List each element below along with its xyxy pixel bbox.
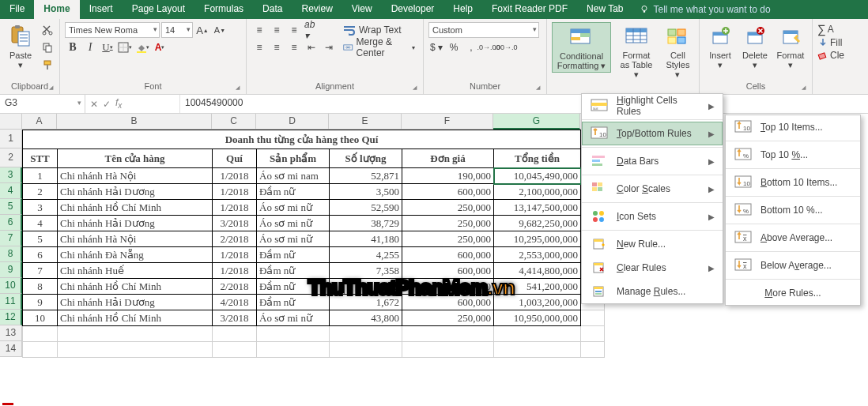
menu-color-scales[interactable]: Color Scales ▶ <box>582 177 723 201</box>
cell[interactable]: 1/2018 <box>213 263 257 279</box>
cell[interactable]: 600,000 <box>402 247 494 263</box>
cell[interactable]: Áo sơ mi nữ <box>257 231 330 247</box>
cell[interactable]: 43,800 <box>330 310 402 326</box>
cell[interactable]: Đầm nữ <box>257 263 330 279</box>
cell[interactable]: 8 <box>23 279 58 295</box>
cell[interactable]: Áo sơ mi nam <box>257 168 330 184</box>
cell[interactable]: 1/2018 <box>213 200 257 216</box>
cell[interactable]: Chi nhánh Đà Nẵng <box>58 247 213 263</box>
cell[interactable]: Đầm nữ <box>257 279 330 295</box>
cell[interactable]: Đầm nữ <box>257 247 330 263</box>
decrease-indent-icon[interactable]: ⇤ <box>304 39 319 55</box>
autosum-button[interactable]: ∑ A <box>817 22 855 36</box>
cell[interactable]: 2/2018 <box>213 231 257 247</box>
cell[interactable]: Đơn giá <box>402 149 494 168</box>
tab-page-layout[interactable]: Page Layout <box>123 0 194 19</box>
fill-button[interactable]: Fill <box>817 37 855 48</box>
clear-button[interactable]: Cle <box>817 50 855 61</box>
tab-new-tab[interactable]: New Tab <box>577 0 632 19</box>
cell[interactable]: 250,000 <box>402 310 494 326</box>
font-size-combo[interactable]: 14 <box>161 22 193 38</box>
underline-button[interactable]: U▾ <box>100 39 115 55</box>
decrease-font-icon[interactable]: A▼ <box>212 22 228 38</box>
cell[interactable]: 38,729 <box>330 216 402 231</box>
cell[interactable]: Doanh thu từng cửa hàng theo Quí <box>23 130 581 149</box>
cell[interactable] <box>494 342 581 358</box>
tab-data[interactable]: Data <box>253 0 292 19</box>
formula-input[interactable]: 10045490000 <box>180 95 868 113</box>
submenu-below-average[interactable]: x Below Average... <box>726 254 860 277</box>
cell[interactable]: 1 <box>23 168 58 184</box>
paste-button[interactable]: Paste ▾ <box>5 22 36 71</box>
submenu-bottom10-percent[interactable]: % Bottom 10 %... <box>726 198 860 222</box>
cell[interactable]: Chi nhánh Hà Nội <box>58 168 213 184</box>
cell[interactable]: Tên cửa hàng <box>58 149 213 168</box>
row-header-7[interactable]: 7 <box>0 231 22 246</box>
cell[interactable]: 13,147,500,000 <box>494 200 581 216</box>
cell[interactable]: Chi nhánh Hải Dương <box>58 295 213 310</box>
submenu-above-average[interactable]: x Above Average... <box>726 226 860 250</box>
align-right-icon[interactable]: ≡ <box>286 39 302 55</box>
cell[interactable]: Sản phẩm <box>257 149 330 168</box>
menu-manage-rules[interactable]: Manage Rules... <box>582 280 723 303</box>
wrap-text-button[interactable]: Wrap Text <box>340 22 418 38</box>
cell[interactable]: 1/2018 <box>213 247 257 263</box>
cell[interactable]: 41,180 <box>330 231 402 247</box>
cell[interactable]: 902 <box>330 279 402 295</box>
cell[interactable]: 2 <box>23 184 58 200</box>
menu-clear-rules[interactable]: Clear Rules ▶ <box>582 256 723 280</box>
submenu-top10-items[interactable]: 10 Top 10 Items... <box>726 115 860 139</box>
col-header-G[interactable]: G <box>493 114 580 130</box>
cell[interactable]: Chi nhánh Hải Dương <box>58 216 213 231</box>
delete-button[interactable]: Delete ▾ <box>739 22 771 71</box>
cell[interactable] <box>330 342 402 358</box>
row-header-10[interactable]: 10 <box>0 278 22 294</box>
cell[interactable] <box>23 326 58 342</box>
align-left-icon[interactable]: ≡ <box>251 39 267 55</box>
copy-icon[interactable] <box>40 39 55 55</box>
menu-new-rule[interactable]: New Rule... <box>582 232 723 256</box>
tab-insert[interactable]: Insert <box>80 0 123 19</box>
row-header-6[interactable]: 6 <box>0 215 22 231</box>
cell[interactable]: 10 <box>23 310 58 326</box>
menu-top-bottom[interactable]: 10 Top/Bottom Rules ▶ <box>582 122 723 145</box>
merge-center-button[interactable]: Merge & Center ▾ <box>340 39 418 55</box>
cell[interactable]: 600,000 <box>402 263 494 279</box>
cell[interactable] <box>213 342 257 358</box>
cell[interactable]: 52,590 <box>330 200 402 216</box>
row-header-4[interactable]: 4 <box>0 183 22 199</box>
row-header-12[interactable]: 12 <box>0 310 22 325</box>
col-header-E[interactable]: E <box>329 114 402 130</box>
cell[interactable]: 4 <box>23 216 58 231</box>
align-middle-icon[interactable]: ≡ <box>269 22 285 38</box>
col-header-F[interactable]: F <box>402 114 493 130</box>
tell-me[interactable]: Tell me what you want to do <box>640 0 771 19</box>
cell[interactable]: 6 <box>23 247 58 263</box>
submenu-bottom10-items[interactable]: 10 Bottom 10 Items... <box>726 171 860 194</box>
cell[interactable] <box>402 342 494 358</box>
cell[interactable]: Tổng tiền <box>494 149 581 168</box>
cell[interactable]: Chi nhánh Hồ Chí Minh <box>58 200 213 216</box>
cell[interactable] <box>23 342 58 358</box>
align-top-icon[interactable]: ≡ <box>251 22 267 38</box>
cell[interactable]: 600,000 <box>402 279 494 295</box>
cell[interactable] <box>330 326 402 342</box>
currency-icon[interactable]: $ ▾ <box>428 39 444 55</box>
cell[interactable]: 1/2018 <box>213 184 257 200</box>
name-box[interactable]: G3 <box>0 95 85 113</box>
cell[interactable]: 10,045,490,000 <box>494 168 581 184</box>
insert-button[interactable]: Insert ▾ <box>704 22 736 71</box>
cell[interactable]: 2,100,000,000 <box>494 184 581 200</box>
cell[interactable] <box>257 326 330 342</box>
cell[interactable]: 3,500 <box>330 184 402 200</box>
fill-color-button[interactable]: ▾ <box>134 39 150 55</box>
cell[interactable]: 2,553,000,000 <box>494 247 581 263</box>
cell[interactable]: Chi nhánh Hà Nội <box>58 231 213 247</box>
tab-file[interactable]: File <box>0 0 34 19</box>
cell[interactable]: 2/2018 <box>213 279 257 295</box>
increase-indent-icon[interactable]: ⇥ <box>321 39 337 55</box>
cell[interactable]: Đầm nữ <box>257 184 330 200</box>
select-all-corner[interactable] <box>0 114 22 130</box>
tab-foxit-reader-pdf[interactable]: Foxit Reader PDF <box>482 0 577 19</box>
cell[interactable] <box>581 342 605 358</box>
